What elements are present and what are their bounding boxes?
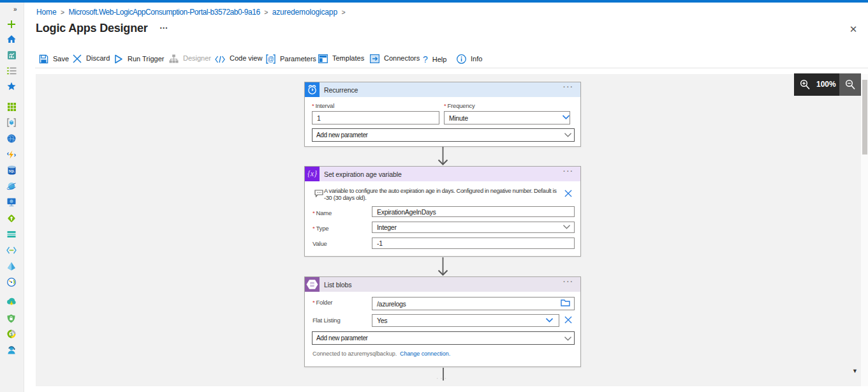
svg-text:@: @ (267, 56, 274, 63)
svg-text:SQL: SQL (9, 170, 15, 173)
